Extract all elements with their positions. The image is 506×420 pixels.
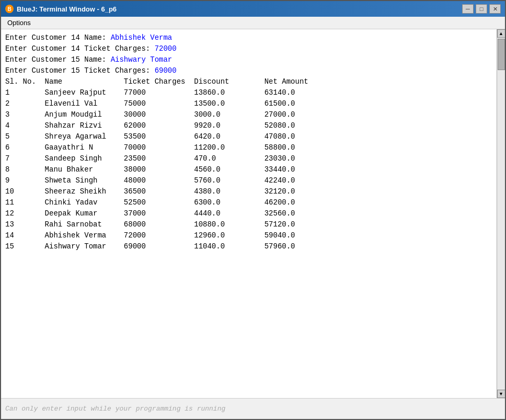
window-controls: ─ □ ✕: [462, 4, 501, 14]
close-button[interactable]: ✕: [489, 4, 501, 14]
table-row-13: 13 Rahi Sarnobat 68000 10880.0 57120.0: [5, 220, 295, 229]
table-row-4: 4 Shahzar Rizvi 62000 9920.0 52080.0: [5, 121, 295, 130]
title-bar-left: B BlueJ: Terminal Window - 6_p6: [5, 5, 117, 13]
input-line-4: Enter Customer 15 Ticket Charges: 69000: [5, 66, 177, 75]
scrollbar[interactable]: ▲ ▼: [497, 29, 505, 398]
input-line-2: Enter Customer 14 Ticket Charges: 72000: [5, 44, 177, 53]
scroll-up-button[interactable]: ▲: [497, 29, 505, 38]
table-row-5: 5 Shreya Agarwal 53500 6420.0 47080.0: [5, 132, 295, 141]
window-title: BlueJ: Terminal Window - 6_p6: [17, 5, 117, 13]
maximize-button[interactable]: □: [476, 4, 487, 14]
input-line-1: Enter Customer 14 Name: Abhishek Verma: [5, 33, 172, 42]
scrollbar-track[interactable]: [497, 38, 505, 390]
title-bar: B BlueJ: Terminal Window - 6_p6 ─ □ ✕: [1, 1, 505, 17]
table-row-10: 10 Sheeraz Sheikh 36500 4380.0 32120.0: [5, 187, 295, 196]
options-menu[interactable]: Options: [3, 18, 35, 28]
app-icon: B: [5, 5, 14, 13]
table-row-8: 8 Manu Bhaker 38000 4560.0 33440.0: [5, 165, 295, 174]
input-line-3: Enter Customer 15 Name: Aishwary Tomar: [5, 55, 172, 64]
table-row-9: 9 Shweta Singh 48000 5760.0 42240.0: [5, 176, 295, 185]
status-message: Can only enter input while your programm…: [5, 405, 225, 413]
table-row-15: 15 Aishwary Tomar 69000 11040.0 57960.0: [5, 242, 295, 251]
table-header: Sl. No. Name Ticket Charges Discount Net…: [5, 77, 308, 86]
scrollbar-thumb[interactable]: [498, 39, 505, 70]
table-row-1: 1 Sanjeev Rajput 77000 13860.0 63140.0: [5, 88, 295, 97]
table-row-6: 6 Gaayathri N 70000 11200.0 58800.0: [5, 143, 295, 152]
table-row-12: 12 Deepak Kumar 37000 4440.0 32560.0: [5, 209, 295, 218]
minimize-button[interactable]: ─: [462, 4, 474, 14]
terminal-area: Enter Customer 14 Name: Abhishek Verma E…: [1, 29, 505, 398]
table-row-7: 7 Sandeep Singh 23500 470.0 23030.0: [5, 154, 295, 163]
table-row-11: 11 Chinki Yadav 52500 6300.0 46200.0: [5, 198, 295, 207]
table-row-2: 2 Elavenil Val 75000 13500.0 61500.0: [5, 99, 295, 108]
terminal-output: Enter Customer 14 Name: Abhishek Verma E…: [1, 29, 497, 398]
status-bar: Can only enter input while your programm…: [1, 398, 505, 419]
table-row-3: 3 Anjum Moudgil 30000 3000.0 27000.0: [5, 110, 295, 119]
table-row-14: 14 Abhishek Verma 72000 12960.0 59040.0: [5, 231, 295, 240]
scroll-down-button[interactable]: ▼: [497, 390, 505, 398]
menu-bar: Options: [1, 17, 505, 29]
main-window: B BlueJ: Terminal Window - 6_p6 ─ □ ✕ Op…: [0, 0, 506, 420]
